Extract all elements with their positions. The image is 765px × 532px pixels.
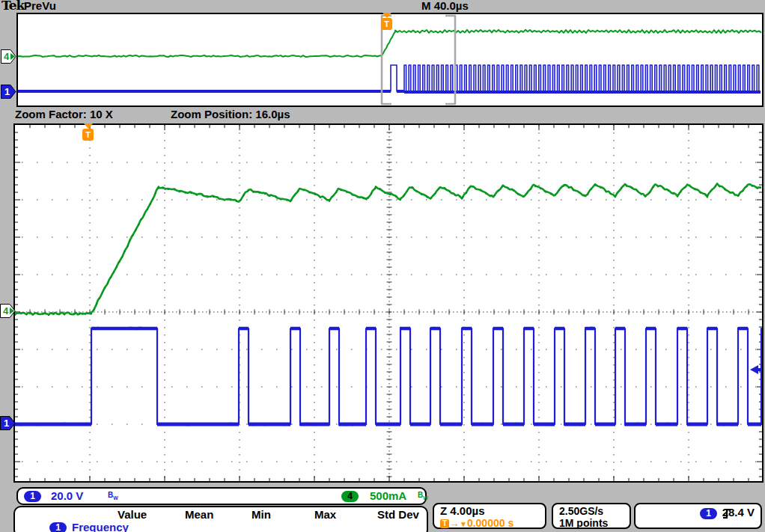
trigger-source-badge: 1 — [700, 508, 717, 519]
zoom-info-bar: Zoom Factor: 10 X Zoom Position: 16.0µs — [0, 108, 765, 123]
trigger-t-icon: T — [440, 519, 449, 528]
trigger-position-marker-zoom: T — [82, 123, 94, 141]
column-header-value: Value — [118, 508, 147, 521]
column-header-stddev: Std Dev — [377, 508, 419, 521]
column-header-mean: Mean — [185, 508, 213, 521]
ch4-marker-label: 4 — [4, 51, 10, 62]
zoom-position-label: Zoom Position: 16.0µs — [171, 108, 290, 120]
ch1-position-marker-overview: 1 — [1, 85, 16, 99]
record-length-readout: 1M points — [559, 517, 608, 529]
ch1-marker-label: 1 — [4, 86, 10, 97]
column-header-min: Min — [252, 508, 271, 521]
ch4-bandwidth-icon: BW — [418, 491, 428, 501]
trigger-marker-triangle — [84, 123, 93, 129]
ch4-position-marker-overview: 4 — [1, 49, 16, 64]
ch4-badge: 4 — [341, 491, 359, 502]
measurement-name: Frequency — [72, 521, 129, 532]
column-header-max: Max — [314, 508, 336, 521]
acquisition-box: 2.50GS/s 1M points — [552, 503, 631, 529]
ch1-position-marker-zoom: 1 — [0, 416, 16, 430]
zoom-timebase-readout: Z 4.00µs — [440, 504, 485, 517]
oscilloscope-screen: Tek PreVu M 40.0µs T 4 1 Zoom Factor: 10… — [0, 0, 765, 532]
trigger-position-readout: T→▼0.00000 s — [440, 516, 513, 530]
ch1-marker-label: 1 — [4, 418, 9, 429]
marker-icon: ▼ — [460, 520, 467, 528]
trigger-position-marker-overview: T — [381, 13, 393, 30]
trigger-box: 1 28.4 V — [634, 503, 762, 529]
zoom-scale-box: Z 4.00µs T→▼0.00000 s — [433, 503, 546, 529]
arrow-icon: → — [449, 517, 460, 529]
measurement-row: 1 Frequency — [15, 521, 427, 532]
ch4-position-marker-zoom: 4 — [0, 304, 16, 318]
sample-rate-readout: 2.50GS/s — [559, 505, 603, 517]
acquisition-mode-label: PreVu — [24, 0, 56, 12]
trigger-position-value: 0.00000 s — [467, 517, 513, 529]
tek-logo: Tek — [1, 0, 24, 13]
zoom-factor-label: Zoom Factor: 10 X — [15, 108, 113, 120]
ch1-bandwidth-icon: BW — [108, 491, 118, 501]
ch1-badge: 1 — [24, 491, 41, 502]
ch4-scale-readout: 500mA — [370, 489, 406, 502]
ch4-marker-label: 4 — [3, 305, 9, 317]
measurement-panel: Value Mean Min Max Std Dev 1 Frequency — [13, 506, 428, 532]
trigger-level-readout: 28.4 V — [722, 506, 755, 519]
zoom-window — [13, 123, 764, 483]
zoom-waveforms — [15, 125, 762, 481]
channel-readout-bar: 1 20.0 V BW 4 500mA BW — [16, 487, 427, 505]
ch1-scale-readout: 20.0 V — [51, 489, 83, 502]
measurement-ch-badge: 1 — [49, 522, 67, 532]
trigger-marker-triangle — [382, 13, 391, 18]
trigger-marker-flag: T — [82, 129, 94, 141]
timebase-readout: M 40.0µs — [421, 0, 469, 12]
trigger-marker-flag: T — [381, 18, 392, 30]
